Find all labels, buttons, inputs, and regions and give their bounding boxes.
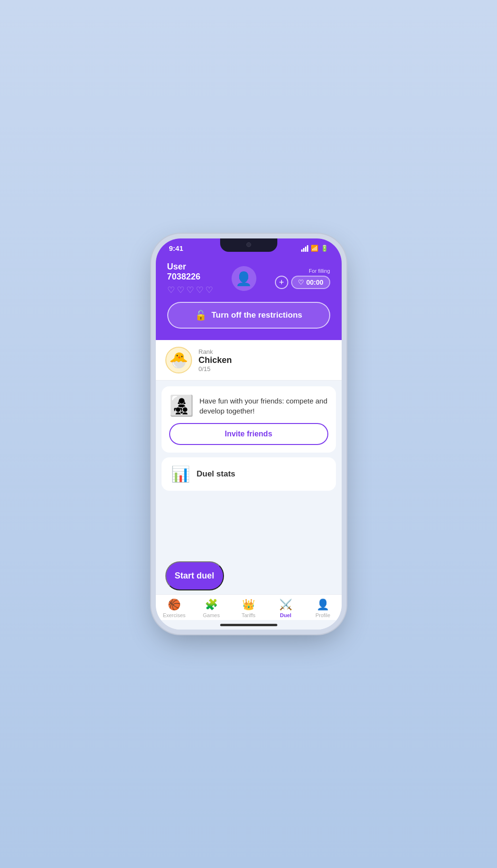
restrict-button[interactable]: 🔓 Turn off the restrictions: [167, 302, 330, 329]
timer-row: + ♡ 00:00: [275, 276, 330, 289]
user-info: User 7038226 ♡ ♡ ♡ ♡ ♡: [167, 262, 213, 295]
user-id: 7038226: [167, 272, 213, 282]
tab-profile[interactable]: 👤 Profile: [304, 599, 342, 618]
heart-3: ♡: [186, 285, 194, 295]
wifi-icon: 📶: [311, 245, 318, 252]
tab-tariffs-label: Tariffs: [242, 612, 255, 618]
tab-profile-label: Profile: [315, 612, 330, 618]
avatar: 👤: [232, 266, 256, 291]
user-avatar-icon: 👤: [235, 271, 252, 287]
invite-friends-button[interactable]: Invite friends: [169, 423, 328, 445]
tab-duel[interactable]: ⚔️ Duel: [267, 599, 304, 618]
hearts-row: ♡ ♡ ♡ ♡ ♡: [167, 285, 213, 295]
phone-frame: 9:41 📶 🔋 User 7038226 ♡ ♡ ♡ ♡: [156, 238, 342, 630]
home-indicator: [156, 620, 342, 630]
timer-value: 00:00: [306, 279, 324, 286]
duel-icon: ⚔️: [279, 599, 292, 611]
profile-icon: 👤: [316, 599, 329, 611]
status-time: 9:41: [169, 244, 183, 252]
main-content: 🐣 Rank Chicken 0/15 👩‍👧‍👦 Have fun with …: [156, 340, 342, 554]
friends-group-icon: 👩‍👧‍👦: [169, 394, 194, 417]
tariffs-icon: 👑: [242, 599, 255, 611]
rank-avatar: 🐣: [165, 347, 192, 373]
rank-card: 🐣 Rank Chicken 0/15: [156, 340, 342, 381]
rank-info: Rank Chicken 0/15: [199, 348, 232, 372]
tab-exercises[interactable]: 🏀 Exercises: [156, 599, 193, 618]
tab-games-label: Games: [203, 612, 220, 618]
duel-stats-card[interactable]: 📊 Duel stats: [162, 457, 336, 491]
rank-label: Rank: [199, 348, 232, 355]
timer-heart-icon: ♡: [298, 279, 304, 286]
notch: [220, 238, 277, 252]
cards-section: 👩‍👧‍👦 Have fun with your friends: compet…: [156, 381, 342, 491]
friends-row: 👩‍👧‍👦 Have fun with your friends: compet…: [169, 394, 328, 417]
heart-4: ♡: [196, 285, 203, 295]
exercises-icon: 🏀: [168, 599, 181, 611]
friends-card: 👩‍👧‍👦 Have fun with your friends: compet…: [162, 386, 336, 453]
heart-2: ♡: [177, 285, 184, 295]
restrict-btn-label: Turn off the restrictions: [212, 310, 302, 320]
tab-duel-label: Duel: [280, 612, 292, 618]
friends-text: Have fun with your friends: compete and …: [200, 396, 328, 416]
user-label: User: [167, 262, 213, 272]
filling-section: For filling + ♡ 00:00: [275, 268, 330, 289]
home-bar: [220, 624, 277, 626]
lock-icon: 🔓: [195, 310, 207, 321]
tab-exercises-label: Exercises: [163, 612, 186, 618]
tab-games[interactable]: 🧩 Games: [193, 599, 230, 618]
stats-bar-icon: 📊: [171, 465, 190, 483]
camera: [246, 242, 251, 247]
bottom-section: Start duel 🏀 Exercises 🧩 Games 👑 Tariffs…: [156, 554, 342, 630]
tab-bar: 🏀 Exercises 🧩 Games 👑 Tariffs ⚔️ Duel 👤 …: [156, 594, 342, 620]
tab-tariffs[interactable]: 👑 Tariffs: [230, 599, 267, 618]
header-section: User 7038226 ♡ ♡ ♡ ♡ ♡ 👤 For filling +: [156, 255, 342, 340]
rank-progress: 0/15: [199, 365, 232, 372]
for-filling-label: For filling: [309, 268, 330, 274]
heart-1: ♡: [167, 285, 175, 295]
status-icons: 📶 🔋: [301, 245, 328, 252]
signal-icon: [301, 245, 308, 252]
battery-icon: 🔋: [321, 245, 328, 252]
heart-5: ♡: [205, 285, 213, 295]
user-row: User 7038226 ♡ ♡ ♡ ♡ ♡ 👤 For filling +: [167, 262, 330, 295]
rank-name: Chicken: [199, 355, 232, 365]
start-duel-button[interactable]: Start duel: [165, 561, 224, 590]
duel-stats-label: Duel stats: [197, 469, 235, 479]
games-icon: 🧩: [205, 599, 218, 611]
timer-badge: ♡ 00:00: [291, 276, 330, 289]
add-heart-button[interactable]: +: [275, 276, 288, 289]
